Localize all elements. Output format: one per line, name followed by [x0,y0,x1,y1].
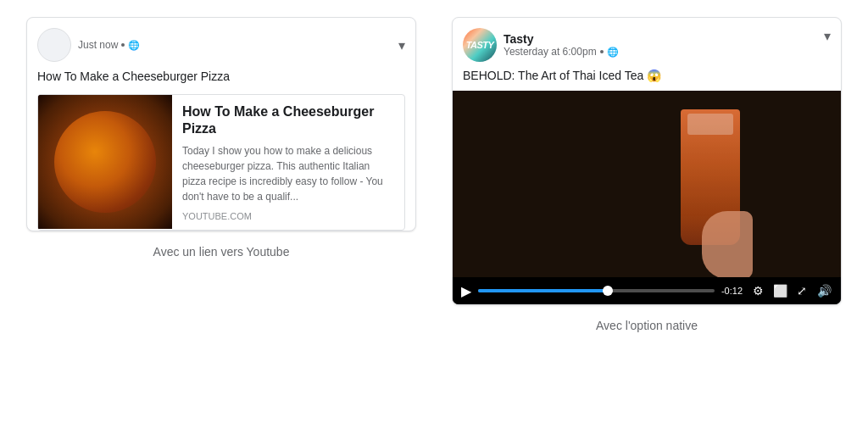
tea-glass [676,109,744,270]
facebook-post-right: TASTY Tasty Yesterday at 6:00pm 🌐 ▾ BEHO… [452,17,842,305]
play-pause-button[interactable]: ▶ [461,283,471,299]
pizza-circle [54,111,156,213]
progress-scrubber[interactable] [603,286,613,296]
post-time: Just now 🌐 [78,39,140,51]
link-card-title: How To Make a Cheeseburger Pizza [182,103,394,139]
globe-icon-2: 🌐 [607,47,619,58]
right-caption: Avec l'option native [596,319,698,332]
youtube-info: How To Make a Cheeseburger Pizza Today I… [172,95,404,231]
pizza-image [38,95,172,229]
tasty-post-meta: Tasty Yesterday at 6:00pm 🌐 [504,32,619,58]
tasty-author-section: TASTY Tasty Yesterday at 6:00pm 🌐 [463,28,619,62]
post-text: How To Make a Cheeseburger Pizza [37,69,405,86]
tasty-timestamp: Yesterday at 6:00pm [504,46,597,58]
glass-ice [687,114,733,135]
video-thumbnail [38,95,172,229]
native-video-player[interactable]: ▶ -0:12 ⚙ ⬜ ⤢ 🔊 [453,91,841,304]
youtube-link-card[interactable]: How To Make a Cheeseburger Pizza Today I… [37,94,405,231]
post-meta: Just now 🌐 [78,39,140,51]
chevron-down-icon[interactable]: ▾ [398,37,405,53]
right-panel: TASTY Tasty Yesterday at 6:00pm 🌐 ▾ BEHO… [451,17,843,332]
hand-holding-glass [702,211,753,277]
chevron-down-icon-2[interactable]: ▾ [824,28,831,44]
globe-icon: 🌐 [128,40,140,51]
dark-background [453,91,841,277]
pip-icon[interactable]: ⬜ [771,282,788,299]
settings-icon[interactable]: ⚙ [749,282,766,299]
post-header-left: Just now 🌐 ▾ [37,28,405,62]
post-author-section: Just now 🌐 [37,28,140,62]
facebook-post-left: Just now 🌐 ▾ How To Make a Cheeseburger … [26,17,416,231]
video-controls-bar: ▶ -0:12 ⚙ ⬜ ⤢ 🔊 [453,277,841,304]
volume-icon[interactable]: 🔊 [815,282,832,299]
tasty-avatar: TASTY [463,28,497,62]
native-post-text: BEHOLD: The Art of Thai Iced Tea 😱 [453,69,841,91]
thai-tea-thumbnail [453,91,841,277]
video-progress-bar[interactable] [478,289,715,292]
link-card-description: Today I show you how to make a delicious… [182,143,394,204]
native-post-header: TASTY Tasty Yesterday at 6:00pm 🌐 ▾ [453,18,841,69]
dot-separator-2 [600,50,604,53]
avatar [37,28,71,62]
video-progress-fill [478,289,608,292]
link-card-source: YOUTUBE.COM [182,211,394,221]
fullscreen-icon[interactable]: ⤢ [793,282,810,299]
post-timestamp: Just now [78,39,118,51]
tasty-author-name: Tasty [504,32,619,46]
video-time-display: -0:12 [721,286,743,296]
tasty-logo: TASTY [463,28,497,62]
tasty-post-time: Yesterday at 6:00pm 🌐 [504,46,619,58]
video-control-icons: ⚙ ⬜ ⤢ 🔊 [749,282,832,299]
dot-separator [121,43,125,47]
left-panel: Just now 🌐 ▾ How To Make a Cheeseburger … [25,17,417,259]
left-caption: Avec un lien vers Youtube [153,245,290,259]
